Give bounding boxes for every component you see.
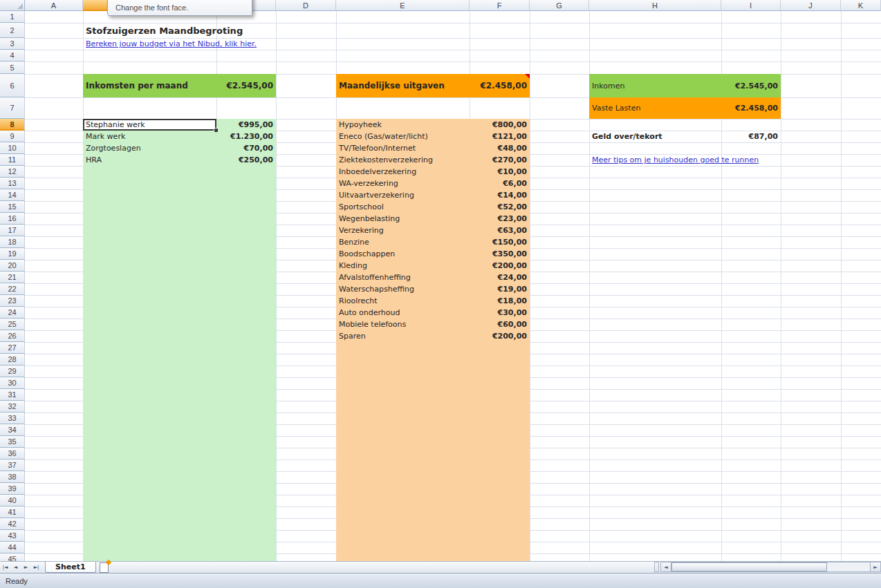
tab-split-handle[interactable] [654, 562, 659, 572]
column-header-I[interactable]: I [721, 0, 781, 11]
column-header-G[interactable]: G [530, 0, 589, 11]
row-header-1[interactable]: 1 [0, 11, 25, 23]
expense-row-label[interactable]: Benzine [336, 236, 470, 248]
row-header-28[interactable]: 28 [0, 354, 25, 366]
expense-row-value[interactable]: €14,00 [470, 189, 530, 201]
fill-handle[interactable] [214, 128, 218, 132]
expense-row-label[interactable]: Sportschool [336, 201, 470, 213]
expense-row-value[interactable]: €60,00 [470, 319, 530, 330]
expense-row-value[interactable]: €121,00 [470, 131, 530, 142]
nibud-link[interactable]: Bereken jouw budget via het Nibud, klik … [83, 38, 276, 50]
expense-row-value[interactable]: €19,00 [470, 283, 530, 295]
income-row-label[interactable]: Zorgtoeslagen [83, 142, 216, 154]
expense-row-label[interactable]: Waterschapsheffing [336, 283, 470, 295]
row-header-11[interactable]: 11 [0, 154, 25, 166]
row-header-27[interactable]: 27 [0, 342, 25, 354]
row-header-12[interactable]: 12 [0, 166, 25, 178]
expense-row-label[interactable]: Afvalstoffenheffing [336, 272, 470, 283]
next-sheet-button[interactable]: ► [21, 562, 31, 573]
expense-row-label[interactable]: Inboedelverzekering [336, 166, 470, 178]
column-header-D[interactable]: D [276, 0, 336, 11]
spreadsheet-grid[interactable]: Stofzuigerzen MaandbegrotingBereken jouw… [0, 0, 881, 561]
scrollbar-thumb[interactable] [671, 562, 827, 571]
expense-row-label[interactable]: Boodschappen [336, 248, 470, 260]
expense-row-value[interactable]: €200,00 [470, 260, 530, 272]
row-header-18[interactable]: 18 [0, 236, 25, 248]
income-row-value[interactable]: €250,00 [216, 154, 276, 166]
tab-sheet1[interactable]: Sheet1 [45, 562, 96, 573]
summary-expenses-label[interactable]: Vaste Lasten [589, 97, 721, 119]
row-header-7[interactable]: 7 [0, 97, 25, 119]
income-row-label[interactable]: Mark werk [83, 131, 216, 142]
row-header-2[interactable]: 2 [0, 23, 25, 38]
row-header-9[interactable]: 9 [0, 131, 25, 142]
expense-row-value[interactable]: €10,00 [470, 166, 530, 178]
expense-row-value[interactable]: €200,00 [470, 330, 530, 342]
expense-row-value[interactable]: €30,00 [470, 307, 530, 319]
summary-income-value[interactable]: €2.545,00 [721, 74, 781, 97]
row-header-6[interactable]: 6 [0, 74, 25, 97]
expense-row-label[interactable]: Eneco (Gas/water/licht) [336, 131, 470, 142]
expense-row-label[interactable]: TV/Telefoon/Internet [336, 142, 470, 154]
row-header-23[interactable]: 23 [0, 295, 25, 307]
row-header-44[interactable]: 44 [0, 542, 25, 553]
expense-row-value[interactable]: €6,00 [470, 178, 530, 189]
expense-row-label[interactable]: Rioolrecht [336, 295, 470, 307]
row-header-13[interactable]: 13 [0, 178, 25, 189]
income-header[interactable]: Inkomsten per maand [83, 74, 216, 97]
row-header-21[interactable]: 21 [0, 272, 25, 283]
income-row-value[interactable]: €995,00 [216, 119, 276, 131]
row-header-38[interactable]: 38 [0, 471, 25, 483]
row-header-16[interactable]: 16 [0, 213, 25, 225]
row-header-4[interactable]: 4 [0, 50, 25, 61]
row-header-45[interactable]: 45 [0, 553, 25, 561]
row-header-3[interactable]: 3 [0, 38, 25, 50]
income-row-value[interactable]: €1.230,00 [216, 131, 276, 142]
expense-row-value[interactable]: €48,00 [470, 142, 530, 154]
row-header-15[interactable]: 15 [0, 201, 25, 213]
first-sheet-button[interactable]: |◄ [0, 562, 10, 573]
row-header-35[interactable]: 35 [0, 436, 25, 448]
expense-row-value[interactable]: €18,00 [470, 295, 530, 307]
last-sheet-button[interactable]: ►| [31, 562, 41, 573]
income-row-label[interactable]: HRA [83, 154, 216, 166]
row-header-37[interactable]: 37 [0, 459, 25, 471]
row-header-14[interactable]: 14 [0, 189, 25, 201]
row-header-31[interactable]: 31 [0, 389, 25, 401]
row-header-25[interactable]: 25 [0, 319, 25, 330]
column-header-A[interactable]: A [25, 0, 83, 11]
expense-row-label[interactable]: Auto onderhoud [336, 307, 470, 319]
row-header-10[interactable]: 10 [0, 142, 25, 154]
row-header-33[interactable]: 33 [0, 412, 25, 424]
row-header-19[interactable]: 19 [0, 248, 25, 260]
balance-value[interactable]: €87,00 [721, 131, 781, 142]
expenses-total[interactable]: €2.458,00 [470, 74, 530, 97]
expenses-header[interactable]: Maandelijkse uitgaven [336, 74, 470, 97]
tips-link[interactable]: Meer tips om je huishouden goed te runne… [589, 154, 841, 166]
row-header-34[interactable]: 34 [0, 424, 25, 436]
expense-row-value[interactable]: €270,00 [470, 154, 530, 166]
row-header-32[interactable]: 32 [0, 401, 25, 412]
row-header-24[interactable]: 24 [0, 307, 25, 319]
expense-row-value[interactable]: €150,00 [470, 236, 530, 248]
select-all-corner[interactable] [0, 0, 25, 11]
column-header-J[interactable]: J [781, 0, 841, 11]
income-row-value[interactable]: €70,00 [216, 142, 276, 154]
expense-row-value[interactable]: €350,00 [470, 248, 530, 260]
row-header-5[interactable]: 5 [0, 61, 25, 74]
row-header-41[interactable]: 41 [0, 506, 25, 518]
summary-income-label[interactable]: Inkomen [589, 74, 721, 97]
sheet-title[interactable]: Stofzuigerzen Maandbegroting [83, 23, 276, 38]
expense-row-label[interactable]: Mobiele telefoons [336, 319, 470, 330]
row-header-22[interactable]: 22 [0, 283, 25, 295]
row-header-30[interactable]: 30 [0, 377, 25, 389]
expense-row-label[interactable]: Wegenbelasting [336, 213, 470, 225]
expense-row-label[interactable]: Hypoyheek [336, 119, 470, 131]
row-header-20[interactable]: 20 [0, 260, 25, 272]
expense-row-value[interactable]: €24,00 [470, 272, 530, 283]
row-header-36[interactable]: 36 [0, 448, 25, 459]
balance-label[interactable]: Geld over/tekort [589, 131, 721, 142]
prev-sheet-button[interactable]: ◄ [10, 562, 21, 573]
row-header-42[interactable]: 42 [0, 518, 25, 530]
expense-row-label[interactable]: Ziektekostenverzekering [336, 154, 470, 166]
